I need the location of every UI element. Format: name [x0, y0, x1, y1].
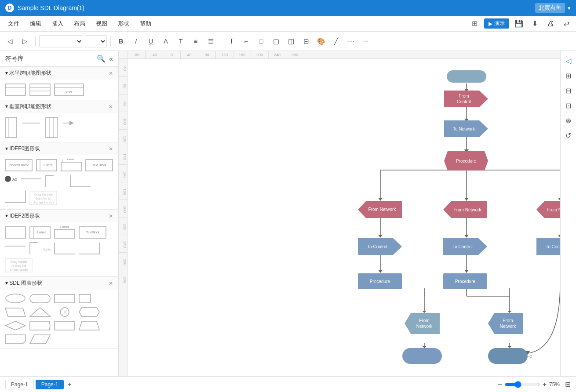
idef2-shape-1[interactable] — [4, 226, 26, 239]
idef0-shape-9[interactable] — [4, 190, 26, 203]
from-network-1-shape[interactable]: From Network — [358, 201, 402, 218]
menu-shapes[interactable]: 形状 — [113, 18, 134, 29]
idef2-header[interactable]: ▾ IDEF2图形状 ✕ — [0, 210, 118, 222]
line-button[interactable]: ╱ — [329, 35, 343, 48]
sdl-arrow-rect[interactable] — [29, 320, 51, 331]
rounded-button[interactable]: ▢ — [270, 35, 283, 48]
idef0-header[interactable]: ▾ IDEF0图形状 ✕ — [0, 142, 118, 155]
collapse-right-button[interactable]: ◁ — [562, 54, 575, 67]
page-tab-previous[interactable]: Page-1 — [5, 380, 34, 389]
text-button[interactable]: T — [174, 35, 187, 48]
align-justify-button[interactable]: ☰ — [204, 35, 217, 48]
to-control-3-shape[interactable]: To Control ✕ ✕ ✕ — [536, 238, 560, 255]
align-left-button[interactable]: ≡ — [189, 35, 202, 48]
fit-page-button[interactable]: ⊞ — [565, 380, 571, 388]
idef2-close[interactable]: ✕ — [109, 213, 113, 219]
sdl-parallelogram-2[interactable] — [29, 334, 51, 345]
h-swimlane-shape-2[interactable] — [29, 83, 51, 96]
shape-button[interactable]: □ — [255, 35, 268, 48]
from-control-shape[interactable]: From Control — [444, 91, 488, 107]
zoom-in-button[interactable]: + — [543, 381, 547, 388]
sdl-hexagon[interactable] — [78, 307, 100, 318]
h-swimlane-shape-3[interactable]: vide — [54, 83, 84, 96]
menu-help[interactable]: 帮助 — [135, 18, 156, 29]
text-format-button[interactable]: T̲ — [225, 35, 238, 48]
collapse-icon[interactable]: « — [109, 55, 113, 63]
idef0-shape-3[interactable]: Label — [60, 159, 82, 172]
grid-view-button[interactable]: ⊞ — [562, 69, 575, 82]
sdl-x-shape[interactable] — [54, 307, 76, 318]
canvas-container[interactable]: 40 60 80 100 120 140 160 180 200 220 240… — [119, 59, 560, 376]
v-swimlane-shape-3[interactable] — [45, 116, 58, 138]
menu-file[interactable]: 文件 — [4, 18, 24, 29]
more-button[interactable]: ··· — [359, 35, 372, 48]
idef2-shape-2[interactable]: Label — [29, 226, 51, 239]
underline-button[interactable]: U — [144, 35, 157, 48]
present-button[interactable]: ▶ 演示 — [484, 18, 509, 29]
state-1-shape[interactable] — [402, 348, 442, 364]
horizontal-swimlane-close[interactable]: ✕ — [109, 70, 113, 76]
user-avatar[interactable]: 北買有鱼 — [535, 3, 565, 13]
idef2-shape-5[interactable] — [4, 242, 26, 250]
from-network-2-shape[interactable]: From Network — [443, 201, 487, 218]
from-network-3-shape[interactable]: From Network — [536, 201, 560, 218]
add-page-button[interactable]: + — [66, 381, 73, 388]
sdl-rect[interactable] — [54, 293, 76, 304]
procedure-hex-shape[interactable]: Procedure — [444, 151, 488, 171]
print-icon[interactable]: 🖨 — [544, 18, 557, 30]
save-icon[interactable]: 💾 — [513, 18, 525, 30]
dropdown-arrow[interactable]: ▾ — [568, 5, 571, 11]
procedure-2-shape[interactable]: Procedure — [443, 273, 487, 289]
v-swimlane-shape-1[interactable] — [4, 116, 18, 138]
sdl-ellipse[interactable] — [4, 293, 26, 304]
procedure-1-shape[interactable]: Procedure — [358, 273, 402, 289]
idef0-shape-2[interactable]: Label — [36, 159, 58, 172]
font-color-button[interactable]: A — [159, 35, 172, 48]
from-network-sm-1-shape[interactable]: From Network — [405, 313, 440, 334]
bold-button[interactable]: B — [114, 35, 128, 48]
sdl-rect-2[interactable] — [54, 320, 76, 331]
menu-insert[interactable]: 插入 — [47, 18, 68, 29]
sdl-notched-rect[interactable] — [4, 334, 26, 345]
undo-button[interactable]: ◁ — [4, 35, 17, 48]
zoom-value[interactable]: 75% — [549, 381, 560, 388]
italic-button[interactable]: I — [129, 35, 142, 48]
diagram-canvas[interactable]: From Control To Network Procedure From N… — [128, 59, 560, 376]
sdl-parallelogram[interactable] — [4, 307, 26, 318]
shadow-button[interactable]: ◫ — [284, 35, 298, 48]
connector-button[interactable]: ⌐ — [240, 35, 253, 48]
vertical-swimlane-close[interactable]: ✕ — [109, 104, 113, 110]
idef0-shape-4[interactable]: Text Block — [85, 159, 113, 172]
sdl-trapezoid[interactable] — [78, 320, 100, 331]
sdl-close[interactable]: ✕ — [109, 280, 113, 287]
state-2-shape[interactable]: ◁ — [488, 348, 528, 364]
v-swimlane-shape-2[interactable] — [20, 116, 42, 130]
zoom-slider[interactable] — [505, 381, 540, 388]
idef2-shape-6[interactable]: lightning — [29, 242, 51, 255]
idef2-shape-3[interactable]: Label — [54, 226, 76, 239]
zoom-out-button[interactable]: − — [498, 381, 502, 388]
start-shape[interactable] — [447, 70, 486, 83]
h-swimlane-shape-1[interactable] — [4, 83, 26, 96]
idef2-shape-4[interactable]: TextBlock — [78, 226, 107, 239]
sdl-diamond[interactable] — [4, 320, 26, 331]
v-swimlane-shape-4[interactable] — [61, 116, 83, 130]
idef0-shape-1[interactable]: Process Name — [4, 159, 33, 172]
history-button[interactable]: ↺ — [562, 129, 575, 142]
sdl-triangle[interactable] — [29, 307, 51, 318]
horizontal-swimlane-header[interactable]: ▾ 水平跨职能图形状 ✕ — [0, 67, 118, 80]
idef0-shape-6[interactable] — [20, 174, 42, 183]
vertical-swimlane-header[interactable]: ▾ 垂直跨职能图形状 ✕ — [0, 100, 118, 113]
sdl-header[interactable]: ▾ SDL 图表形状 ✕ — [0, 277, 118, 290]
layers-button[interactable]: ⊟ — [562, 84, 575, 97]
selection-handle-bm[interactable]: ✕ — [559, 255, 560, 260]
size-select[interactable] — [85, 35, 107, 47]
menu-layout[interactable]: 布局 — [69, 18, 90, 29]
menu-edit[interactable]: 编辑 — [26, 18, 46, 29]
page-tab-current[interactable]: Page-1 — [36, 380, 64, 389]
sdl-rounded-rect[interactable] — [29, 293, 51, 304]
sdl-narrow-rect[interactable] — [78, 293, 91, 304]
fill-button[interactable]: 🎨 — [314, 35, 328, 48]
fullscreen-button[interactable]: ⊞ — [468, 18, 481, 30]
idef0-shape-7[interactable] — [45, 174, 67, 188]
